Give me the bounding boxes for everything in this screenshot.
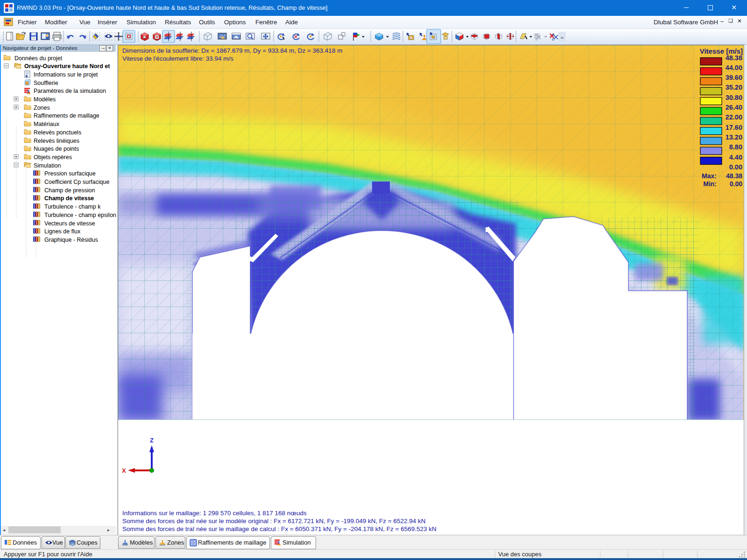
svg-text:Vitesse de l'écoulement libre:: Vitesse de l'écoulement libre: 33.94 m/s bbox=[122, 55, 233, 62]
svg-text:Données du projet: Données du projet bbox=[14, 55, 63, 62]
svg-text:8.80: 8.80 bbox=[729, 143, 742, 151]
svg-text:Pression surfacique: Pression surfacique bbox=[44, 170, 96, 177]
svg-text:Vecteurs de vitesse: Vecteurs de vitesse bbox=[44, 220, 95, 227]
svg-text:13.20: 13.20 bbox=[726, 133, 742, 141]
svg-text:Relevés linéiques: Relevés linéiques bbox=[34, 138, 79, 144]
svg-text:0.00: 0.00 bbox=[729, 163, 742, 171]
svg-text:Lignes de flux: Lignes de flux bbox=[44, 228, 81, 235]
svg-text:Coefficient Cp surfacique: Coefficient Cp surfacique bbox=[44, 179, 109, 185]
svg-text:0.00: 0.00 bbox=[730, 180, 742, 188]
svg-text:Matériaux: Matériaux bbox=[34, 121, 60, 127]
svg-text:4.40: 4.40 bbox=[729, 154, 742, 161]
svg-text:17.60: 17.60 bbox=[726, 124, 742, 131]
svg-text:Dimensions de la soufflerie: D: Dimensions de la soufflerie: Dx = 1867.6… bbox=[122, 47, 342, 54]
svg-text:Somme des forces de traî née s: Somme des forces de traî née sur le mail… bbox=[122, 525, 437, 532]
svg-text:Champ de pression: Champ de pression bbox=[44, 187, 95, 194]
svg-text:Simulation: Simulation bbox=[34, 162, 61, 169]
svg-text:Somme des forces de traî née s: Somme des forces de traî née sur le modè… bbox=[122, 518, 425, 525]
svg-text:Champ de vitesse: Champ de vitesse bbox=[44, 195, 94, 202]
svg-text:Soufflerie: Soufflerie bbox=[34, 80, 58, 86]
svg-text:Turbulence - champ epsilon: Turbulence - champ epsilon bbox=[44, 212, 116, 218]
svg-text:Informations sur le maillage:: Informations sur le maillage: 1 298 570 … bbox=[122, 510, 307, 517]
svg-text:Z: Z bbox=[150, 437, 154, 444]
svg-text:Turbulence - champ k: Turbulence - champ k bbox=[44, 203, 101, 210]
svg-text:39.60: 39.60 bbox=[726, 74, 742, 81]
svg-text:48.38: 48.38 bbox=[726, 172, 742, 180]
svg-text:X: X bbox=[122, 467, 126, 474]
svg-text:Raffinements de maillage: Raffinements de maillage bbox=[34, 112, 99, 119]
svg-text:26.40: 26.40 bbox=[726, 104, 742, 111]
svg-text:Nuages de points: Nuages de points bbox=[34, 146, 79, 152]
svg-text:48.38: 48.38 bbox=[726, 54, 742, 62]
svg-text:Zones: Zones bbox=[34, 105, 50, 111]
svg-text:22.00: 22.00 bbox=[726, 113, 742, 121]
svg-text:Min:: Min: bbox=[703, 180, 717, 188]
svg-text:Objets repères: Objets repères bbox=[34, 154, 72, 161]
svg-text:Max:: Max: bbox=[702, 172, 717, 180]
svg-text:Relevés ponctuels: Relevés ponctuels bbox=[34, 129, 81, 136]
svg-text:Modèles: Modèles bbox=[34, 96, 56, 103]
svg-text:Informations sur le projet: Informations sur le projet bbox=[34, 71, 98, 78]
svg-text:35.20: 35.20 bbox=[726, 84, 742, 91]
svg-text:44.00: 44.00 bbox=[726, 64, 742, 71]
svg-text:Graphique - Résidus: Graphique - Résidus bbox=[44, 237, 98, 243]
svg-text:Orsay-Ouverture haute Nord et: Orsay-Ouverture haute Nord et bbox=[24, 63, 110, 70]
svg-text:Paramètres de la simulation: Paramètres de la simulation bbox=[34, 88, 106, 94]
svg-text:30.80: 30.80 bbox=[726, 94, 742, 101]
